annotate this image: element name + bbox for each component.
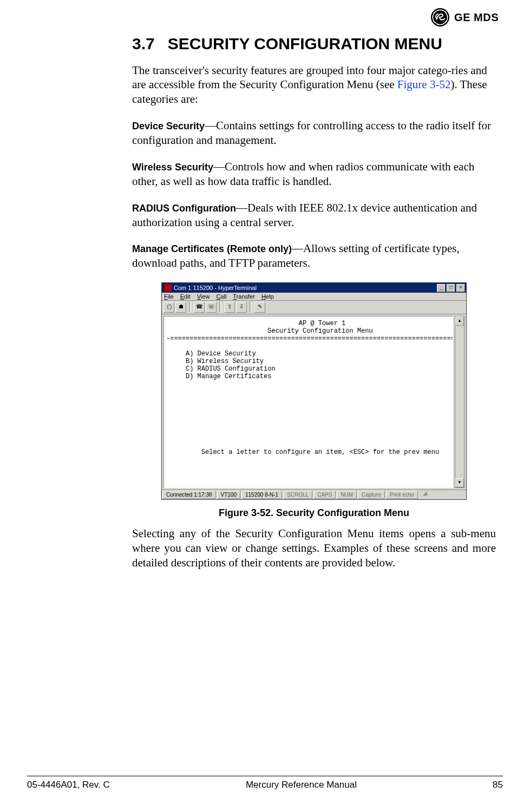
- page-footer: 05-4446A01, Rev. C Mercury Reference Man…: [27, 776, 503, 790]
- hyperterminal-window: Com 1 115200 - HyperTerminal _ □ × File …: [161, 282, 467, 500]
- section-heading: 3.7 SECURITY CONFIGURATION MENU: [132, 35, 496, 54]
- figure-xref[interactable]: Figure 3-52: [397, 78, 451, 91]
- toolbar-new-icon[interactable]: ▢: [163, 302, 174, 313]
- maximize-button[interactable]: □: [447, 284, 455, 292]
- status-time: Connected 1:17:38: [162, 491, 216, 499]
- status-echo: Print echo: [386, 491, 418, 499]
- brand-logo: GE MDS: [430, 8, 499, 27]
- status-caps: CAPS: [313, 491, 336, 499]
- menubar: File Edit View Call Transfer Help: [162, 293, 466, 301]
- footer-page-number: 85: [493, 780, 503, 790]
- menu-view[interactable]: View: [197, 293, 210, 300]
- intro-paragraph: The transceiver's security features are …: [132, 63, 496, 107]
- section-title: SECURITY CONFIGURATION MENU: [168, 35, 442, 54]
- status-scroll: SCROLL: [283, 491, 312, 499]
- terminal-content: AP @ Tower 1 Security Configuration Menu…: [166, 320, 450, 456]
- menu-file[interactable]: File: [164, 293, 174, 300]
- menu-help[interactable]: Help: [261, 293, 274, 300]
- toolbar-open-icon[interactable]: ☗: [175, 302, 186, 313]
- toolbar-props-icon[interactable]: ✎: [254, 302, 265, 313]
- item-manage-certs: Manage Certificates (Remote only)—Allows…: [132, 241, 496, 270]
- ge-monogram-icon: [430, 8, 450, 27]
- status-port: 115200 8-N-1: [241, 491, 282, 499]
- section-number: 3.7: [132, 35, 155, 54]
- minimize-button[interactable]: _: [437, 284, 446, 292]
- term: Manage Certificates (Remote only): [132, 243, 292, 254]
- scroll-down-icon[interactable]: ▼: [455, 478, 464, 487]
- window-title: Com 1 115200 - HyperTerminal: [174, 285, 257, 291]
- footer-title: Mercury Reference Manual: [246, 780, 357, 790]
- status-emulation: VT100: [217, 491, 240, 499]
- term: Wireless Security: [132, 162, 213, 173]
- close-button[interactable]: ×: [456, 284, 465, 292]
- toolbar: ▢ ☗ ☎ ☏ ⇧ ⇩ ✎: [162, 301, 466, 314]
- brand-mds: MDS: [474, 11, 499, 23]
- item-wireless-security: Wireless Security—Controls how and when …: [132, 160, 496, 189]
- resize-grip-icon[interactable]: ◢: [418, 490, 428, 499]
- scroll-up-icon[interactable]: ▲: [455, 316, 464, 326]
- toolbar-call-icon[interactable]: ☎: [194, 302, 205, 313]
- menu-edit[interactable]: Edit: [180, 293, 191, 300]
- term: Device Security: [132, 121, 205, 131]
- window-titlebar: Com 1 115200 - HyperTerminal _ □ ×: [162, 283, 466, 293]
- app-icon: [164, 284, 172, 292]
- status-num: NUM: [337, 491, 357, 499]
- statusbar: Connected 1:17:38 VT100 115200 8-N-1 SCR…: [162, 490, 466, 499]
- figure-caption: Figure 3-52. Security Configuration Menu: [132, 507, 496, 519]
- after-paragraph: Selecting any of the Security Configurat…: [132, 526, 496, 570]
- menu-call[interactable]: Call: [216, 293, 226, 300]
- toolbar-hangup-icon[interactable]: ☏: [206, 302, 217, 313]
- figure-screenshot: Com 1 115200 - HyperTerminal _ □ × File …: [161, 282, 467, 500]
- scrollbar[interactable]: ▲ ▼: [455, 316, 464, 488]
- menu-transfer[interactable]: Transfer: [233, 293, 255, 300]
- terminal-pane[interactable]: AP @ Tower 1 Security Configuration Menu…: [163, 316, 453, 488]
- toolbar-recv-icon[interactable]: ⇩: [236, 302, 247, 313]
- toolbar-send-icon[interactable]: ⇧: [224, 302, 235, 313]
- term: RADIUS Configuration: [132, 203, 236, 214]
- item-radius-config: RADIUS Configuration—Deals with IEEE 802…: [132, 201, 496, 230]
- status-capture: Capture: [358, 491, 385, 499]
- footer-doc-id: 05-4446A01, Rev. C: [27, 780, 110, 790]
- brand-ge: GE: [454, 11, 470, 23]
- item-device-security: Device Security—Contains settings for co…: [132, 118, 496, 148]
